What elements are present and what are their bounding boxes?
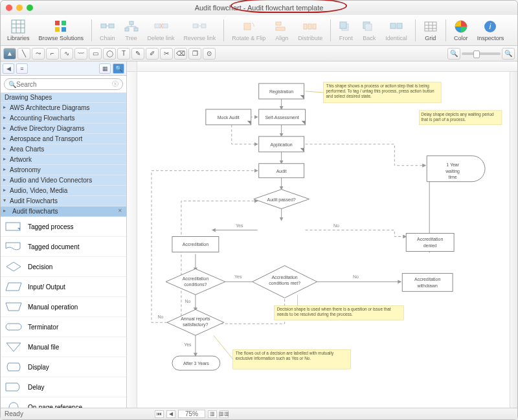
libraries-button[interactable]: Libraries [7,19,30,41]
page-tabs-button[interactable]: ▥▥ [220,410,229,418]
zoom-slider[interactable] [462,52,501,55]
category-item[interactable]: Audio, Video, Media [1,186,126,196]
pencil-tool[interactable]: ✎ [131,48,144,60]
identical-button[interactable]: Identical [385,19,407,41]
shape-tagged-process[interactable]: Tagged process [1,217,126,237]
sidebar-collapse-button[interactable]: ◀ [3,63,14,74]
drawing-canvas[interactable]: Yes No Yes No No [137,72,510,408]
page-first-button[interactable]: ⏮ [155,410,164,418]
distribute-icon [303,19,317,34]
shape-delay[interactable]: Delay [1,377,126,397]
node-accreditation[interactable]: Accreditation [172,237,219,252]
category-item[interactable]: Area Charts [1,144,126,155]
back-button[interactable]: Back [362,19,376,41]
category-item[interactable]: Aerospace and Transport [1,134,126,144]
shape-display[interactable]: Display [1,357,126,377]
line-tool[interactable]: ╲ [17,48,30,60]
node-self-assessment[interactable]: Self-Assessment [259,109,306,125]
category-item[interactable]: Artwork [1,155,126,165]
svg-rect-36 [6,324,21,330]
shape-input-output[interactable]: Input/ Output [1,277,126,297]
node-audit-passed[interactable]: Audit passed? [254,190,310,209]
rect-tool[interactable]: ▭ [89,48,102,60]
browse-solutions-button[interactable]: Browse Solutions [39,19,84,41]
chain-button[interactable]: Chain [100,19,115,41]
crop-tool[interactable]: ✂ [160,48,173,60]
zoom-out-button[interactable]: 🔍 [447,48,460,60]
inspectors-button[interactable]: iInspectors [477,19,504,41]
node-denied[interactable]: Accreditationdenied [406,234,454,252]
shape-on-page-ref[interactable]: On-page reference [1,397,126,408]
status-text: Ready [5,410,23,417]
node-mock-audit[interactable]: Mock Audit [206,109,251,125]
node-registration[interactable]: Registration [259,83,304,99]
guide-panel [510,72,517,408]
category-item[interactable]: Audit Flowcharts [1,196,126,206]
shape-palette: Tagged process Tagged document Decision … [1,217,126,408]
shape-terminator[interactable]: Terminator [1,317,126,337]
front-button[interactable]: Front [339,19,353,41]
zoom-value[interactable]: 75% [178,410,205,418]
svg-text:withdrawn: withdrawn [417,283,438,288]
rotate-flip-button[interactable]: Rotate & Flip [232,19,265,41]
color-icon [454,19,468,34]
delete-link-icon [154,19,168,34]
svg-rect-7 [55,27,60,32]
tagged-document-icon [5,240,23,253]
connector-tool[interactable]: ⤳ [32,48,45,60]
distribute-button[interactable]: Distribute [298,19,322,41]
node-conditions-met[interactable]: Accreditationconditions met? [253,265,317,298]
node-audit[interactable]: Audit [259,164,304,178]
search-field[interactable] [16,81,112,88]
eyedropper-tool[interactable]: ✐ [146,48,159,60]
zoom-in-button[interactable]: 🔍 [502,48,515,60]
category-item[interactable]: Astronomy [1,165,126,175]
category-item[interactable]: Accounting Flowcharts [1,113,126,124]
category-selected[interactable]: Audit flowcharts [1,206,126,217]
node-reports[interactable]: Annual reportssatisfactory? [167,309,224,335]
pointer-tool[interactable]: ▲ [3,48,16,60]
category-item[interactable]: Active Directory Diagrams [1,124,126,134]
search-input[interactable]: 🔍 ⓧ [4,78,123,90]
spline-tool[interactable]: 〰 [74,48,87,60]
sidebar-grid-view[interactable]: ▦ [99,63,111,74]
magnet-tool[interactable]: ⊙ [203,48,216,60]
node-wait[interactable]: 1 Yearwaitingtime [427,156,485,182]
svg-text:No: No [185,299,190,304]
ruler-horizontal[interactable] [137,61,517,72]
svg-rect-10 [109,24,114,28]
category-item[interactable]: AWS Architecture Diagrams [1,103,126,113]
manual-file-icon [5,340,23,353]
sidebar-search-toggle[interactable]: 🔍 [113,63,124,74]
note-flows: The flows out of a decision are labelled… [214,335,351,369]
angle-connector-tool[interactable]: ⌐ [46,48,59,60]
eraser-tool[interactable]: ⌫ [174,48,187,60]
page-prev-button[interactable]: ◀ [166,410,175,418]
node-application[interactable]: Application [259,137,304,152]
delete-link-button[interactable]: Delete link [148,19,175,41]
category-item[interactable]: Audio and Video Connectors [1,175,126,186]
curve-connector-tool[interactable]: ∿ [60,48,73,60]
ruler-vertical[interactable] [127,72,137,408]
manual-operation-icon [5,300,23,313]
svg-rect-20 [276,22,281,25]
node-withdrawn[interactable]: Accreditationwithdrawn [402,273,453,291]
page-add-button[interactable]: ▥ [208,410,217,418]
shape-manual-file[interactable]: Manual file [1,337,126,357]
tagged-process-icon [5,220,23,233]
clear-search-icon[interactable]: ⓧ [112,80,118,89]
ellipse-tool[interactable]: ◯ [103,48,116,60]
tree-button[interactable]: Tree [124,19,139,41]
stamp-tool[interactable]: ❐ [188,48,201,60]
node-after-3-years[interactable]: After 3 Years [172,356,220,370]
shape-decision[interactable]: Decision [1,257,126,277]
shape-manual-operation[interactable]: Manual operation [1,297,126,317]
grid-button[interactable]: Grid [423,19,438,41]
text-tool[interactable]: T [117,48,130,60]
shape-tagged-document[interactable]: Tagged document [1,237,126,257]
color-button[interactable]: Color [454,19,468,41]
reverse-link-button[interactable]: Reverse link [184,19,216,41]
sidebar-mode-1[interactable]: ≡ [16,63,28,74]
node-accr-conditions[interactable]: Accreditationconditions? [166,269,225,294]
align-button[interactable]: Align [275,19,289,41]
